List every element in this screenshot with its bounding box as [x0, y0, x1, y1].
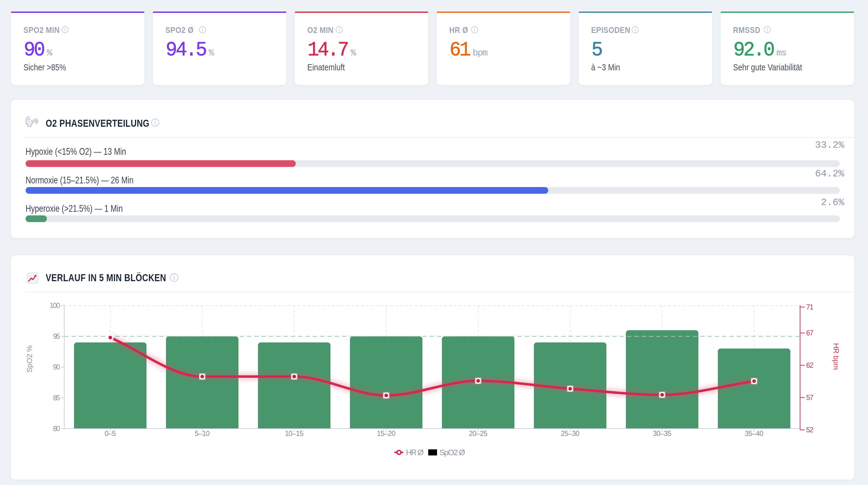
- svg-text:20–25: 20–25: [469, 429, 488, 437]
- svg-text:10–15: 10–15: [285, 429, 304, 437]
- svg-text:100: 100: [50, 302, 60, 309]
- svg-text:35–40: 35–40: [745, 429, 764, 437]
- svg-text:SpO2 Ø: SpO2 Ø: [439, 448, 465, 457]
- svg-text:25–30: 25–30: [561, 429, 580, 437]
- svg-text:0–5: 0–5: [105, 429, 116, 437]
- svg-text:57: 57: [806, 394, 813, 401]
- svg-text:15–20: 15–20: [377, 429, 396, 437]
- svg-text:52: 52: [806, 426, 813, 434]
- svg-text:30–35: 30–35: [653, 429, 672, 437]
- svg-text:80: 80: [53, 425, 60, 433]
- svg-text:67: 67: [806, 329, 813, 337]
- svg-text:95: 95: [53, 332, 60, 340]
- svg-text:62: 62: [806, 361, 813, 369]
- svg-text:90: 90: [53, 363, 60, 371]
- svg-text:HR Ø: HR Ø: [406, 448, 424, 457]
- svg-text:85: 85: [53, 394, 60, 402]
- svg-text:5–10: 5–10: [195, 429, 210, 437]
- svg-text:HR bpm: HR bpm: [832, 343, 840, 370]
- svg-text:SpO2 %: SpO2 %: [25, 345, 33, 372]
- svg-text:71: 71: [806, 303, 813, 311]
